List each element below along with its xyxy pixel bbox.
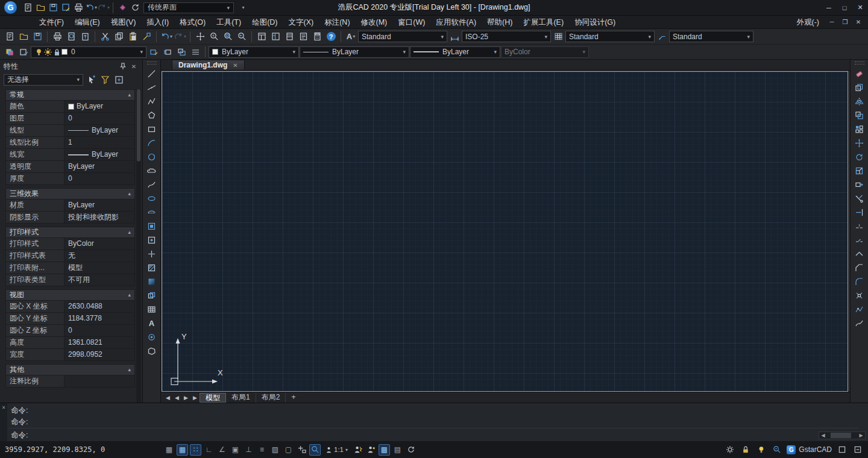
- fillet-icon[interactable]: [854, 275, 866, 287]
- redo-dropdown-icon[interactable]: ▾: [107, 5, 110, 10]
- text-style-combo[interactable]: Standard▾: [358, 31, 447, 42]
- properties-palette-icon[interactable]: [255, 30, 268, 43]
- feedback-icon[interactable]: [771, 444, 782, 456]
- menu-modify[interactable]: 修改(M): [356, 16, 393, 29]
- mirror-icon[interactable]: [854, 95, 866, 107]
- props-section-other[interactable]: 其他▴: [5, 364, 135, 375]
- table-style-icon[interactable]: [552, 30, 565, 43]
- annotation-visibility-icon[interactable]: [365, 444, 377, 456]
- tool-palettes-icon[interactable]: [283, 30, 296, 43]
- point-icon[interactable]: [146, 248, 158, 260]
- construction-line-icon[interactable]: [146, 81, 158, 93]
- scroll-right-icon[interactable]: ▶: [857, 433, 865, 438]
- break-at-point-icon[interactable]: [854, 220, 866, 232]
- publish-icon[interactable]: [78, 30, 92, 43]
- menu-dimension[interactable]: 标注(N): [319, 16, 355, 29]
- menu-file[interactable]: 文件(F): [34, 16, 69, 29]
- drawing-canvas[interactable]: Y X: [162, 71, 848, 392]
- save-icon[interactable]: [47, 2, 59, 14]
- menu-appearance[interactable]: 外观(-): [791, 16, 825, 29]
- insert-block-icon[interactable]: [146, 220, 158, 232]
- props-section-view[interactable]: 视图▴: [5, 289, 135, 301]
- graphics-performance-icon[interactable]: [405, 444, 417, 456]
- scroll-left-icon[interactable]: ◀: [819, 433, 827, 438]
- menu-applications[interactable]: 应用软件(A): [430, 16, 482, 29]
- undo-icon[interactable]: ▾: [160, 30, 173, 43]
- maximize-button[interactable]: □: [837, 1, 852, 14]
- lock-icon[interactable]: [740, 444, 751, 456]
- plot-preview-icon[interactable]: [64, 30, 78, 43]
- first-layout-icon[interactable]: ◀: [163, 395, 172, 401]
- save-as-icon[interactable]: [60, 2, 72, 14]
- copy-object-icon[interactable]: [854, 81, 866, 93]
- polyline-icon[interactable]: [146, 95, 158, 107]
- layer-lock-icon[interactable]: [52, 48, 61, 57]
- ellipse-arc-icon[interactable]: [146, 206, 158, 218]
- erase-icon[interactable]: [854, 67, 866, 80]
- layout-toggle-icon[interactable]: ▤: [392, 444, 403, 456]
- open-file-icon[interactable]: [34, 2, 46, 14]
- layer-combo[interactable]: 0 ▾: [31, 46, 146, 58]
- region-icon[interactable]: [146, 289, 158, 301]
- next-layout-icon[interactable]: ▶: [181, 395, 190, 401]
- ellipse-icon[interactable]: [146, 192, 158, 204]
- explode-icon[interactable]: [854, 289, 866, 301]
- chamfer-icon[interactable]: [854, 262, 866, 274]
- mleader-style-combo[interactable]: Standard▾: [669, 31, 753, 42]
- menu-edit[interactable]: 编辑(E): [69, 16, 105, 29]
- scale-icon[interactable]: [854, 165, 866, 177]
- pin-icon[interactable]: [118, 62, 128, 71]
- close-button[interactable]: ✕: [852, 1, 868, 14]
- menu-insert[interactable]: 插入(I): [141, 16, 174, 29]
- extend-icon[interactable]: [854, 206, 866, 218]
- pan-icon[interactable]: [193, 30, 207, 43]
- polygon-icon[interactable]: [146, 109, 158, 121]
- clean-screen-icon[interactable]: [836, 444, 848, 456]
- menu-collaboration[interactable]: 协同设计(G): [569, 16, 621, 29]
- object-color-combo[interactable]: ByLayer ▾: [209, 46, 299, 58]
- grid-display-icon[interactable]: ▦: [177, 444, 188, 456]
- grid-settings-icon[interactable]: ▦: [163, 444, 175, 456]
- wipeout-icon[interactable]: [146, 345, 158, 357]
- doc-minimize-button[interactable]: ─: [826, 17, 838, 28]
- tab-layout2[interactable]: 布局2: [256, 393, 286, 403]
- move-icon[interactable]: [854, 137, 866, 149]
- props-section-plot-style[interactable]: 打印样式▴: [5, 227, 135, 238]
- dim-style-icon[interactable]: [448, 30, 461, 43]
- undo-dropdown-icon[interactable]: ▾: [95, 5, 97, 10]
- status-menu-icon[interactable]: [852, 444, 863, 456]
- selection-dropdown[interactable]: 无选择 ▾: [4, 74, 83, 86]
- dim-style-combo[interactable]: ISO-25▾: [462, 31, 551, 42]
- spline-icon[interactable]: [146, 178, 158, 190]
- rectangle-icon[interactable]: [146, 123, 158, 135]
- style-manager-icon[interactable]: [116, 2, 128, 14]
- auto-annotation-icon[interactable]: [352, 444, 363, 456]
- revision-cloud-icon[interactable]: [146, 165, 158, 177]
- edit-polyline-icon[interactable]: [854, 303, 866, 315]
- document-tab[interactable]: Drawing1.dwg ✕: [172, 60, 245, 70]
- menu-draw[interactable]: 绘图(D): [247, 16, 283, 29]
- annotation-scale-control[interactable]: 1:1 ▾: [322, 444, 350, 456]
- close-panel-icon[interactable]: ✕: [129, 62, 139, 71]
- quick-select-icon[interactable]: [99, 74, 111, 86]
- props-section-general[interactable]: 常规▴: [5, 89, 135, 101]
- gradient-icon[interactable]: [146, 275, 158, 287]
- line-icon[interactable]: [146, 67, 158, 80]
- props-section-3d-effects[interactable]: 三维效果▴: [5, 188, 135, 199]
- zoom-previous-icon[interactable]: [235, 30, 248, 43]
- tab-model[interactable]: 模型: [200, 393, 226, 403]
- paste-icon[interactable]: [126, 30, 139, 43]
- bulb-icon[interactable]: [755, 444, 767, 456]
- doc-close-button[interactable]: ✕: [852, 17, 864, 28]
- layer-match-icon[interactable]: [189, 45, 202, 58]
- match-properties-icon[interactable]: [140, 30, 153, 43]
- sheet-set-manager-icon[interactable]: [297, 30, 310, 43]
- ortho-mode-icon[interactable]: ∟: [203, 444, 215, 456]
- gear-icon[interactable]: [724, 444, 735, 456]
- menu-help[interactable]: 帮助(H): [482, 16, 518, 29]
- layer-states-icon[interactable]: [17, 45, 30, 58]
- plot-icon[interactable]: [51, 30, 64, 43]
- toolbar-options-icon[interactable]: ▾: [236, 1, 250, 14]
- stretch-icon[interactable]: [854, 178, 866, 190]
- scroll-track[interactable]: [827, 432, 857, 439]
